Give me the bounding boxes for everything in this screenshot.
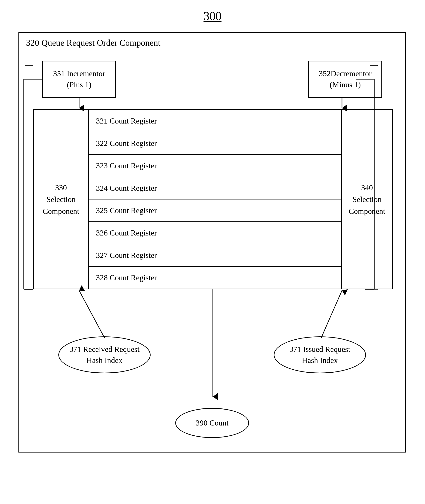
diagram-title: 300 [204,9,222,23]
count-register-322: 322 Count Register [89,132,341,155]
oval-count-label: 390 Count [196,417,229,429]
svg-line-11 [79,290,105,338]
count-register-327: 327 Count Register [89,244,341,267]
inner-area: 330SelectionComponent 321 Count Register… [33,109,393,289]
left-selection-component: 330SelectionComponent [34,110,89,289]
count-register-323: 323 Count Register [89,155,341,177]
count-register-325: 325 Count Register [89,199,341,222]
count-register-321: 321 Count Register [89,110,341,132]
oval-received-request: 371 Received RequestHash Index [58,336,151,373]
right-selection-label: 340SelectionComponent [349,182,385,217]
page: 300 320 Queue Request Order Component 35… [0,0,425,504]
oval-count: 390 Count [175,408,249,438]
incrementor-label: 351 Incrementor(Plus 1) [53,68,105,90]
outer-box-label: 320 Queue Request Order Component [26,38,160,48]
left-selection-label: 330SelectionComponent [43,182,79,217]
outer-box: 320 Queue Request Order Component 351 In… [19,32,406,453]
decrementor-label: 352Decrementor(Minus 1) [319,68,372,90]
decrementor-box: 352Decrementor(Minus 1) [308,61,382,98]
count-register-324: 324 Count Register [89,177,341,199]
oval-issued-label: 371 Issued RequestHash Index [289,344,350,366]
right-selection-component: 340SelectionComponent [341,110,392,289]
count-register-328: 328 Count Register [89,267,341,289]
count-registers-area: 321 Count Register 322 Count Register 32… [89,110,341,289]
svg-line-12 [321,290,342,338]
count-register-326: 326 Count Register [89,222,341,244]
incrementor-box: 351 Incrementor(Plus 1) [42,61,116,98]
oval-issued-request: 371 Issued RequestHash Index [274,336,366,373]
oval-received-label: 371 Received RequestHash Index [69,344,139,366]
